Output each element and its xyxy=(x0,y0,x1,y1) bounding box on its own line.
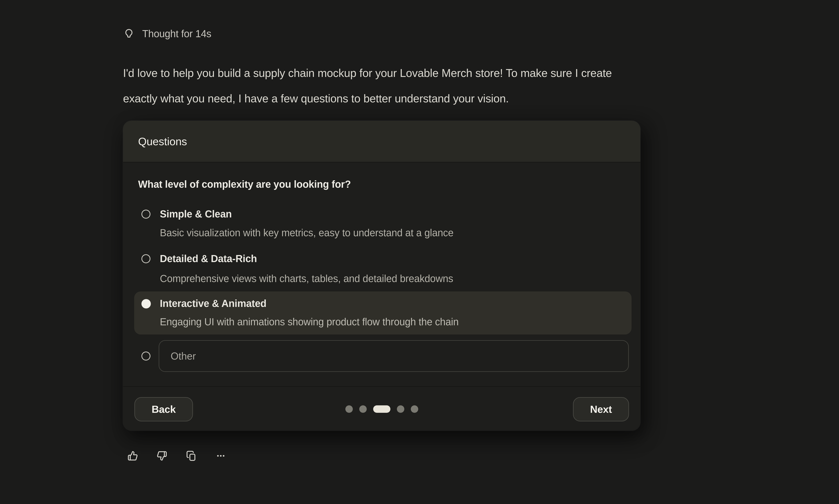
card-title: Questions xyxy=(138,135,187,148)
back-button[interactable]: Back xyxy=(134,397,193,421)
copy-icon xyxy=(186,450,197,462)
pagination-dot xyxy=(359,406,367,413)
option-title: Detailed & Data-Rich xyxy=(160,253,257,265)
ellipsis-icon xyxy=(215,450,226,462)
questions-card: Questions What level of complexity are y… xyxy=(123,121,640,431)
question-text: What level of complexity are you looking… xyxy=(138,178,351,191)
more-options-button[interactable] xyxy=(215,450,226,462)
pagination-dot-active xyxy=(373,406,390,413)
radio-interactive-animated[interactable] xyxy=(141,299,151,308)
thumbs-down-icon xyxy=(156,450,168,462)
radio-other[interactable] xyxy=(141,352,151,361)
card-footer: Back Next xyxy=(123,386,640,431)
thumbs-up-icon xyxy=(127,450,138,462)
option-description: Comprehensive views with charts, tables,… xyxy=(160,273,453,285)
copy-button[interactable] xyxy=(186,450,197,462)
radio-simple-clean[interactable] xyxy=(141,210,151,219)
option-description: Basic visualization with key metrics, ea… xyxy=(160,227,454,239)
pagination-dot xyxy=(397,406,404,413)
lightbulb-icon xyxy=(123,28,135,40)
questions-card-header: Questions xyxy=(123,121,640,162)
chat-message-view: Thought for 14s I'd love to help you bui… xyxy=(0,0,839,504)
pagination-dot xyxy=(345,406,353,413)
other-option-input[interactable] xyxy=(159,340,629,372)
next-button[interactable]: Next xyxy=(573,397,629,421)
thought-toggle[interactable]: Thought for 14s xyxy=(123,27,211,41)
thumbs-down-button[interactable] xyxy=(156,450,168,462)
thumbs-up-button[interactable] xyxy=(127,450,138,462)
option-title: Interactive & Animated xyxy=(160,298,266,310)
thought-label: Thought for 14s xyxy=(142,27,211,41)
message-actions xyxy=(127,450,226,462)
option-interactive-animated[interactable]: Interactive & Animated Engaging UI with … xyxy=(134,291,632,335)
option-title: Simple & Clean xyxy=(160,208,232,220)
option-description: Engaging UI with animations showing prod… xyxy=(160,316,459,328)
pagination-dots xyxy=(345,406,418,413)
radio-detailed-data-rich[interactable] xyxy=(141,254,151,263)
pagination-dot xyxy=(411,406,418,413)
assistant-message-text: I'd love to help you build a supply chai… xyxy=(123,60,762,111)
